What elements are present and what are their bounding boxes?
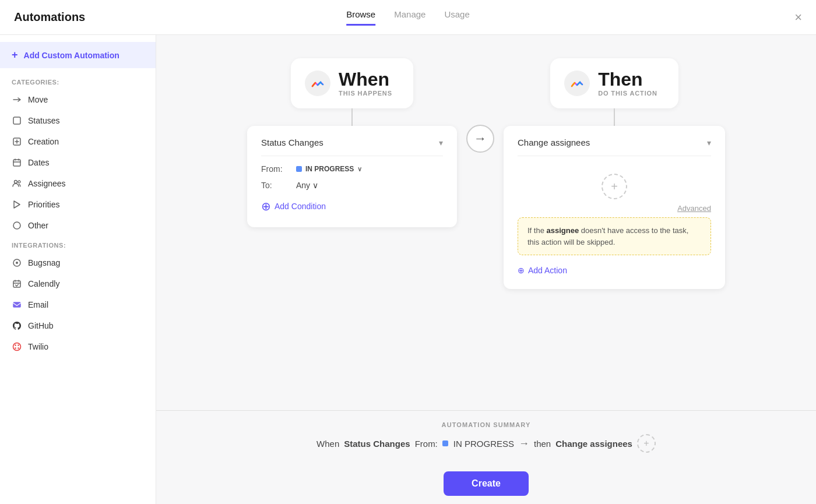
sidebar-item-label: Creation [28,137,59,146]
to-label: To: [261,181,289,190]
connector-line-then [614,108,615,126]
sidebar-item-label: Other [28,221,48,230]
sidebar-item-label: Email [28,300,48,309]
sidebar-item-assignees[interactable]: Assignees [0,173,156,194]
dates-icon [12,157,22,168]
sidebar-item-label: Calendly [28,279,59,288]
tab-usage[interactable]: Usage [444,9,469,26]
sidebar-item-dates[interactable]: Dates [0,152,156,173]
chevron-down-icon: ∨ [357,165,362,173]
svg-point-7 [16,262,18,264]
svg-point-13 [15,347,16,348]
sidebar-item-label: Twilio [28,342,48,351]
content-area: When THIS HAPPENS Status Changes ▾ From: [156,35,816,504]
add-condition-button[interactable]: ⊕ Add Condition [261,197,326,216]
svg-point-10 [13,343,21,351]
email-icon [12,299,22,310]
to-value[interactable]: Any ∨ [296,181,318,190]
trigger-block: When THIS HAPPENS Status Changes ▾ From: [247,58,457,227]
creation-icon [12,136,22,147]
from-status-badge[interactable]: IN PROGRESS ∨ [296,165,362,173]
assignee-placeholder[interactable]: + [602,174,627,199]
summary-assignee-placeholder: + [637,434,656,453]
twilio-icon [12,341,22,352]
sidebar-item-calendly[interactable]: Calendly [0,273,156,294]
when-then-wrapper: When THIS HAPPENS Status Changes ▾ From: [247,58,725,289]
sidebar-item-label: Bugsnag [28,258,60,267]
summary-then: then [534,439,551,449]
sidebar-item-other[interactable]: Other [0,215,156,236]
summary-status-dot [442,440,448,446]
header: Automations Browse Manage Usage × [0,0,816,35]
sidebar-item-label: Dates [28,158,50,167]
sidebar-item-label: Priorities [28,200,59,209]
svg-point-12 [17,344,19,346]
arrow-right-icon: → [474,131,487,146]
chevron-down-icon: ▾ [439,138,443,147]
warning-bold: assignee [547,226,579,235]
statuses-icon [12,115,22,126]
trigger-select-value: Status Changes [261,138,323,147]
summary-status-changes: Status Changes [344,439,410,449]
svg-point-15 [305,71,330,96]
chevron-down-icon: ∨ [312,181,318,190]
svg-rect-0 [13,117,20,124]
sidebar-item-priorities[interactable]: Priorities [0,194,156,215]
chevron-down-icon: ▾ [707,138,711,147]
summary-change-assignees: Change assignees [555,439,632,449]
connector-line-when [351,108,353,126]
sidebar-item-email[interactable]: Email [0,294,156,315]
trigger-select[interactable]: Status Changes ▾ [261,138,443,156]
sidebar-item-statuses[interactable]: Statuses [0,110,156,131]
arrow-connector: → [457,125,504,153]
sidebar-item-creation[interactable]: Creation [0,131,156,152]
sidebar-item-twilio[interactable]: Twilio [0,336,156,357]
trigger-config-card: Status Changes ▾ From: IN PROGRESS ∨ [247,126,457,227]
status-dot [296,166,302,172]
priorities-icon [12,199,22,210]
sidebar-item-github[interactable]: GitHub [0,315,156,336]
sidebar-item-bugsnag[interactable]: Bugsnag [0,252,156,273]
from-row: From: IN PROGRESS ∨ [261,164,443,174]
when-header: When THIS HAPPENS [291,58,413,108]
create-button[interactable]: Create [444,471,529,496]
svg-point-16 [564,71,590,96]
create-button-area: Create [156,463,816,504]
summary-when: When [316,439,339,449]
to-row: To: Any ∨ [261,181,443,190]
categories-label: CATEGORIES: [0,73,156,89]
action-select-value: Change assignees [518,138,590,147]
advanced-link[interactable]: Advanced [518,204,711,217]
svg-point-5 [13,222,20,229]
sidebar-item-label: Statuses [28,116,59,125]
then-title: Then [598,70,657,89]
when-title: When [339,70,392,89]
circle-plus-icon: ⊕ [518,266,525,275]
summary-from: From: [415,439,438,449]
close-button[interactable]: × [794,11,802,24]
svg-point-11 [15,344,16,346]
summary-arrow-icon: → [519,438,529,450]
add-custom-button[interactable]: + Add Custom Automation [0,42,156,68]
then-header: Then DO THIS ACTION [550,58,678,108]
add-action-button[interactable]: ⊕ Add Action [518,263,567,277]
header-tabs: Browse Manage Usage [346,9,470,26]
when-logo [305,71,330,96]
tab-browse[interactable]: Browse [346,9,375,26]
sidebar-item-label: Assignees [28,179,66,188]
github-icon [12,320,22,331]
plus-icon: + [12,49,18,61]
then-subtitle: DO THIS ACTION [598,90,657,97]
sidebar-item-label: GitHub [28,321,54,330]
circle-plus-icon: ⊕ [261,199,271,213]
from-status-text: IN PROGRESS [305,165,354,173]
when-subtitle: THIS HAPPENS [339,90,392,97]
action-select[interactable]: Change assignees ▾ [518,138,711,156]
from-label: From: [261,164,289,174]
tab-manage[interactable]: Manage [394,9,425,26]
sidebar-item-move[interactable]: Move [0,89,156,110]
other-icon [12,220,22,231]
svg-rect-9 [13,302,21,308]
svg-point-14 [17,347,19,348]
sidebar: + Add Custom Automation CATEGORIES: Move… [0,35,156,504]
